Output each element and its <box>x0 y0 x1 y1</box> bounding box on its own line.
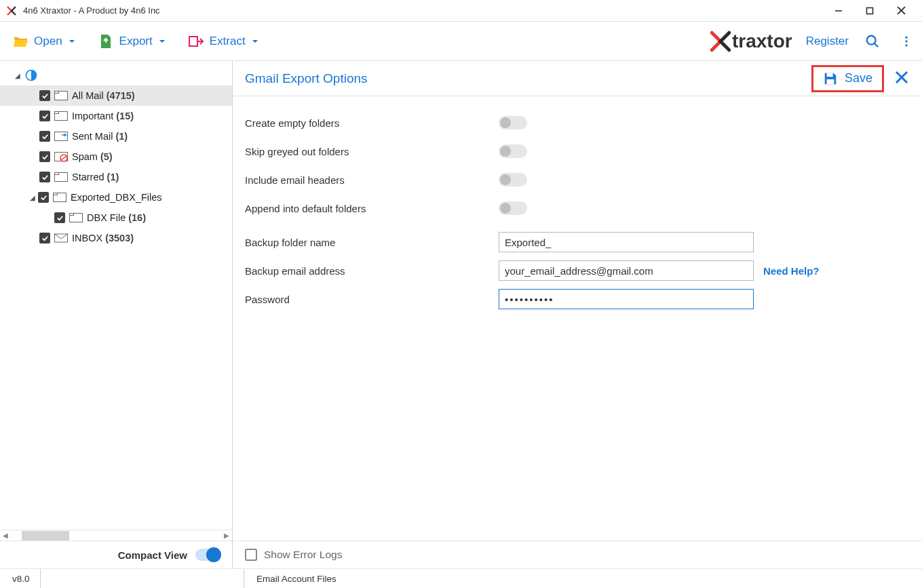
panel-title: Gmail Export Options <box>245 71 811 86</box>
export-label: Export <box>119 35 153 48</box>
tree-item-count: (16) <box>128 212 146 223</box>
folder-tree-sidebar: ◢ All Mail (4715) Important (15) S <box>0 61 233 569</box>
svg-point-7 <box>905 36 907 38</box>
checkbox-icon[interactable] <box>39 151 50 162</box>
collapse-icon[interactable]: ◢ <box>14 72 22 79</box>
svg-rect-15 <box>55 132 68 141</box>
register-link[interactable]: Register <box>806 35 849 48</box>
show-error-logs-checkbox[interactable] <box>245 549 257 561</box>
file-export-icon <box>98 33 114 50</box>
inbox-icon <box>54 233 68 243</box>
backup-folder-input[interactable] <box>499 232 754 252</box>
tree-item-label: All Mail <box>72 90 104 101</box>
spam-icon <box>54 151 68 162</box>
caret-down-icon <box>251 37 259 45</box>
option-label-append-default: Append into default folders <box>245 203 499 214</box>
main-toolbar: Open Export Extract traxtor Register <box>0 22 922 61</box>
folder-tree: ◢ All Mail (4715) Important (15) S <box>0 61 232 530</box>
show-error-logs-label: Show Error Logs <box>264 549 342 561</box>
main-panel: Gmail Export Options Save Create empty f… <box>233 61 922 569</box>
compact-view-toggle[interactable] <box>195 549 221 561</box>
folder-icon <box>53 192 66 203</box>
toggle-skip-greyed[interactable] <box>499 144 527 158</box>
dots-vertical-icon <box>900 35 913 48</box>
checkbox-icon[interactable] <box>39 233 50 243</box>
status-bar: v8.0 Email Account Files <box>0 569 922 588</box>
svg-rect-4 <box>189 37 197 46</box>
tree-item-count: (4715) <box>107 90 135 101</box>
title-bar: 4n6 Xtraxtor - A Product by 4n6 Inc <box>0 0 922 22</box>
account-icon <box>24 68 38 82</box>
option-label-password: Password <box>245 294 499 305</box>
option-label-backup-email: Backup email address <box>245 265 499 277</box>
toggle-create-empty[interactable] <box>499 116 527 130</box>
checkbox-icon[interactable] <box>39 131 50 142</box>
logo-text: traxtor <box>732 31 792 52</box>
svg-rect-26 <box>826 73 832 77</box>
tree-item-label: Starred <box>72 172 104 182</box>
caret-down-icon <box>158 37 166 45</box>
tree-item-dbx-file[interactable]: DBX File (16) <box>0 208 232 228</box>
app-icon <box>5 5 18 17</box>
window-title: 4n6 Xtraxtor - A Product by 4n6 Inc <box>23 5 823 16</box>
minimize-button[interactable] <box>823 1 854 21</box>
close-window-button[interactable] <box>885 1 917 21</box>
more-menu[interactable] <box>896 31 917 52</box>
checkbox-icon[interactable] <box>38 192 49 203</box>
tree-item-count: (1) <box>115 131 128 142</box>
collapse-icon[interactable]: ◢ <box>28 194 37 201</box>
close-panel-button[interactable] <box>894 69 910 88</box>
tree-item-count: (1) <box>107 172 119 182</box>
sent-icon <box>54 131 68 142</box>
tree-item-all-mail[interactable]: All Mail (4715) <box>0 85 232 106</box>
tree-item-spam[interactable]: Spam (5) <box>0 146 232 167</box>
tree-item-label: Important <box>72 111 113 121</box>
backup-email-input[interactable] <box>499 260 754 281</box>
checkbox-icon[interactable] <box>39 172 50 182</box>
svg-line-6 <box>875 43 879 47</box>
app-logo: traxtor <box>709 30 792 53</box>
need-help-link[interactable]: Need Help? <box>763 265 820 277</box>
svg-rect-24 <box>70 214 74 216</box>
toggle-include-headers[interactable] <box>499 173 527 187</box>
tree-item-count: (3503) <box>105 233 134 243</box>
password-input[interactable] <box>499 289 754 309</box>
svg-point-9 <box>905 44 907 46</box>
save-button[interactable]: Save <box>811 65 884 92</box>
checkbox-icon[interactable] <box>39 111 50 121</box>
tree-item-starred[interactable]: Starred (1) <box>0 167 232 187</box>
tree-item-label: Exported_DBX_Files <box>71 192 162 203</box>
tree-item-sent-mail[interactable]: Sent Mail (1) <box>0 126 232 146</box>
tree-item-exported-dbx[interactable]: ◢ Exported_DBX_Files <box>0 187 232 208</box>
extract-menu[interactable]: Extract <box>181 28 266 55</box>
option-label-include-headers: Include email headers <box>245 174 499 186</box>
tree-item-label: INBOX <box>72 233 102 243</box>
option-label-skip-greyed: Skip greyed out folders <box>245 146 499 157</box>
tree-item-label: Spam <box>72 151 98 162</box>
extract-label: Extract <box>210 35 246 48</box>
svg-rect-14 <box>55 112 59 114</box>
checkbox-icon[interactable] <box>54 212 65 223</box>
tree-item-important[interactable]: Important (15) <box>0 106 232 126</box>
tree-root[interactable]: ◢ <box>0 65 232 85</box>
folder-icon <box>54 90 68 101</box>
folder-icon <box>69 212 83 223</box>
toggle-append-default[interactable] <box>499 201 527 215</box>
main-header: Gmail Export Options Save <box>233 61 922 96</box>
close-icon <box>894 69 910 85</box>
sidebar-footer: Compact View <box>0 541 232 569</box>
horizontal-scrollbar[interactable]: ◀▶ <box>0 530 232 541</box>
export-menu[interactable]: Export <box>91 28 173 55</box>
svg-rect-22 <box>54 193 58 195</box>
open-menu[interactable]: Open <box>5 28 83 55</box>
maximize-button[interactable] <box>854 1 885 21</box>
tree-item-inbox[interactable]: INBOX (3503) <box>0 228 232 248</box>
folder-icon <box>54 172 68 182</box>
search-button[interactable] <box>862 31 883 52</box>
caret-down-icon <box>68 37 76 45</box>
svg-rect-27 <box>826 79 834 83</box>
tree-item-count: (15) <box>116 111 134 121</box>
checkbox-icon[interactable] <box>39 90 50 101</box>
open-label: Open <box>34 35 62 48</box>
status-text: Email Account Files <box>244 574 337 584</box>
